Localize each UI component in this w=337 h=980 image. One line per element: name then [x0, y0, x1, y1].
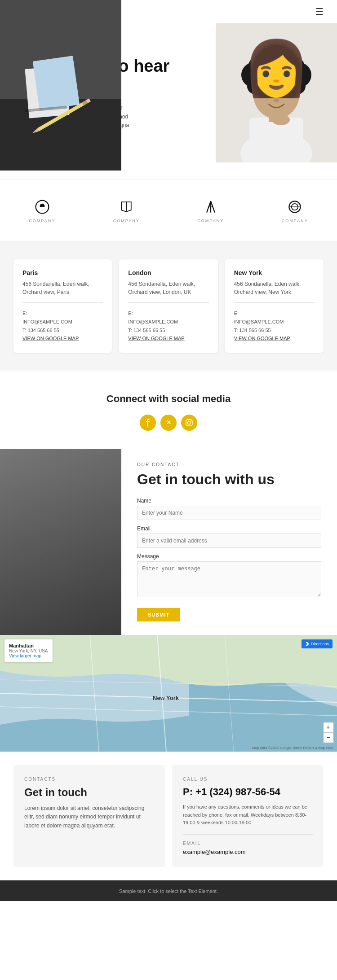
newyork-phone-label: T: [234, 328, 238, 333]
logo-label-4: COMPANY [282, 219, 308, 223]
location-city-london: London [128, 269, 208, 276]
svg-text:+: + [326, 723, 330, 731]
email-address: example@example.com [183, 849, 313, 855]
paris-email: INFO@SAMPLE.COM [22, 319, 72, 324]
logo-item-1: COMPANY [0, 193, 84, 228]
contact-form-image [0, 449, 121, 635]
svg-point-13 [257, 74, 296, 118]
location-city-newyork: New York [234, 269, 315, 276]
location-addr-newyork: 456 Sondanella, Eden walk, Orchard view,… [234, 280, 315, 296]
submit-button[interactable]: SUBMIT [137, 608, 180, 621]
logos-section: COMPANY COMPANY COMPANY [0, 179, 337, 241]
phone-number: P: +1 (324) 987-56-54 [183, 786, 313, 798]
logo-item-2: COMPANY [84, 193, 169, 228]
form-group-email: Email [137, 525, 321, 548]
social-title: Connect with social media [13, 393, 324, 405]
map-info-overlay: Manhattan New York, NY, USA View larger … [4, 639, 53, 662]
svg-point-12 [289, 78, 306, 94]
hero-image [216, 23, 337, 179]
location-card-paris: Paris 456 Sondanella, Eden walk, Orchard… [13, 259, 112, 353]
svg-point-34 [188, 421, 191, 424]
london-phone: 134 565 66 55 [133, 328, 165, 333]
location-contact-newyork: E: INFO@SAMPLE.COM T: 134 565 66 55 VIEW… [234, 309, 315, 343]
social-section: Connect with social media ✕ [0, 371, 337, 449]
locations-grid: Paris 456 Sondanella, Eden walk, Orchard… [13, 259, 324, 353]
name-label: Name [137, 498, 321, 504]
message-label: Message [137, 553, 321, 560]
newyork-email-label: E: [234, 311, 239, 316]
svg-point-14 [264, 90, 273, 96]
logo-label-1: COMPANY [29, 219, 55, 223]
contacts-tag: CONTACTS [24, 777, 154, 782]
logo-label-3: COMPANY [197, 219, 224, 223]
logo-item-3: COMPANY [168, 193, 253, 228]
logo-icon-1 [33, 198, 51, 216]
contact-form-right: OUR CONTACT Get in touch with us Name Em… [121, 449, 337, 635]
call-us-tag: CALL US [183, 777, 313, 782]
newyork-phone: 134 565 66 55 [239, 328, 270, 333]
location-addr-paris: 456 Sondanella, Eden walk, Orchard view,… [22, 280, 103, 296]
paris-map-link[interactable]: VIEW ON GOOGLE MAP [22, 336, 79, 341]
contact-form-section: OUR CONTACT Get in touch with us Name Em… [0, 449, 337, 635]
bottom-contact-section: CONTACTS Get in touch Lorem ipsum dolor … [0, 752, 337, 880]
form-group-name: Name [137, 498, 321, 520]
directions-label: Directions [311, 642, 329, 646]
svg-point-10 [267, 50, 285, 68]
bottom-contacts-card: CONTACTS Get in touch Lorem ipsum dolor … [13, 765, 165, 867]
locations-section: Paris 456 Sondanella, Eden walk, Orchard… [0, 241, 337, 371]
footer-text: Sample text. Click to select the Text El… [119, 888, 218, 894]
london-email-label: E: [128, 311, 133, 316]
facebook-icon[interactable] [140, 415, 156, 431]
svg-point-15 [279, 90, 288, 96]
svg-rect-18 [263, 90, 274, 97]
logo-label-2: COMPANY [113, 219, 140, 223]
x-twitter-icon[interactable]: ✕ [160, 415, 177, 431]
logo-icon-4 [286, 198, 304, 216]
logo-icon-3 [202, 198, 220, 216]
svg-point-24 [272, 114, 290, 125]
svg-rect-39 [33, 56, 80, 110]
form-group-message: Message [137, 553, 321, 599]
location-card-newyork: New York 456 Sondanella, Eden walk, Orch… [225, 259, 324, 353]
svg-point-8 [255, 53, 275, 73]
map-state: New York, NY, USA [9, 648, 48, 653]
message-textarea[interactable] [137, 561, 321, 597]
contacts-description: Lorem ipsum dolor sit amet, consetetur s… [24, 804, 154, 830]
london-phone-label: T: [128, 328, 132, 333]
paris-phone-label: T: [22, 328, 27, 333]
map-copyright: Map data ©2024 Google Terms Report a map… [252, 746, 333, 750]
call-description: If you have any questions, comments or i… [183, 803, 313, 827]
svg-rect-33 [186, 420, 192, 426]
paris-phone: 134 565 66 55 [28, 328, 59, 333]
svg-point-6 [241, 62, 266, 88]
svg-text:−: − [327, 734, 330, 741]
svg-marker-57 [306, 642, 309, 646]
svg-point-9 [278, 53, 297, 73]
contact-form-title: Get in touch with us [137, 471, 321, 488]
logo-item-4: COMPANY [253, 193, 337, 228]
call-us-card: CALL US P: +1 (324) 987-56-54 If you hav… [172, 765, 324, 867]
hero-photo [216, 23, 337, 162]
name-input[interactable] [137, 506, 321, 520]
logo-icon-2 [117, 198, 135, 216]
menu-icon[interactable]: ☰ [315, 6, 324, 17]
contacts-title: Get in touch [24, 786, 154, 799]
svg-point-16 [266, 91, 271, 95]
location-city-paris: Paris [22, 269, 103, 276]
svg-point-17 [282, 91, 286, 95]
map-placeholder: New York + − Manhattan New York, NY, USA… [0, 635, 337, 752]
map-section: New York + − Manhattan New York, NY, USA… [0, 635, 337, 752]
svg-point-7 [286, 62, 311, 88]
london-map-link[interactable]: VIEW ON GOOGLE MAP [128, 336, 184, 341]
paris-email-label: E: [22, 311, 27, 316]
svg-point-23 [274, 99, 279, 102]
email-input[interactable] [137, 534, 321, 548]
map-view-link[interactable]: View larger map [9, 653, 41, 658]
map-city: Manhattan [9, 643, 48, 648]
london-email: INFO@SAMPLE.COM [128, 319, 178, 324]
map-directions-button[interactable]: Directions [302, 639, 333, 648]
email-tag: EMAIL [183, 834, 313, 846]
newyork-map-link[interactable]: VIEW ON GOOGLE MAP [234, 336, 290, 341]
instagram-icon[interactable] [181, 415, 197, 431]
location-contact-paris: E: INFO@SAMPLE.COM T: 134 565 66 55 VIEW… [22, 309, 103, 343]
